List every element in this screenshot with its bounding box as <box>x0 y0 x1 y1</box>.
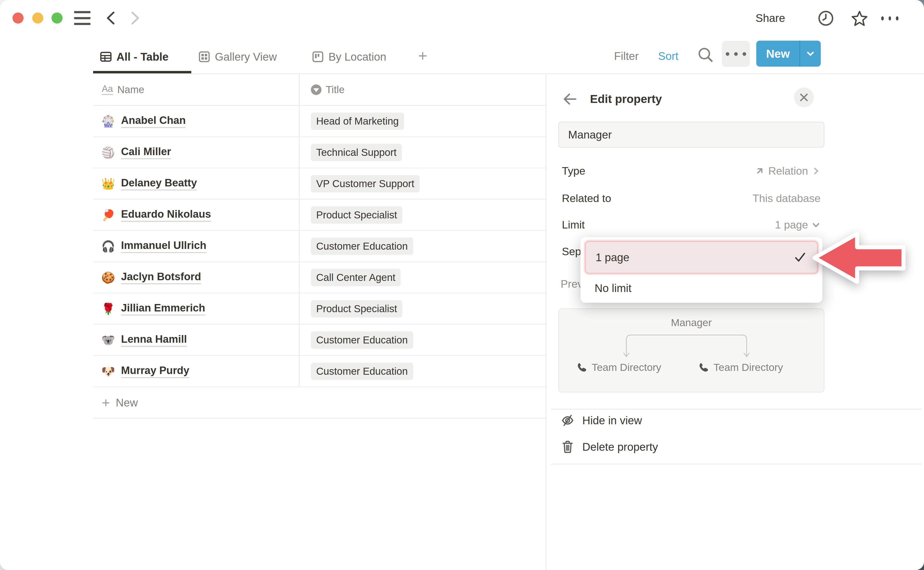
preview-label-clipped: Prev <box>561 278 583 290</box>
checkmark-icon <box>794 251 806 264</box>
new-row-button[interactable]: + New <box>93 387 546 418</box>
table-row[interactable]: 🍪 Jaclyn Botsford Call Center Agent <box>93 262 546 293</box>
column-header-title[interactable]: Title <box>299 74 546 105</box>
row-name-link[interactable]: Lenna Hamill <box>121 333 187 347</box>
row-name-link[interactable]: Murray Purdy <box>121 365 189 378</box>
preview-connector <box>622 332 752 359</box>
name-cell[interactable]: 🌹 Jillian Emmerich <box>93 293 299 324</box>
phone-icon <box>576 362 587 373</box>
ellipsis-icon <box>726 52 746 56</box>
traffic-close-button[interactable] <box>12 12 24 24</box>
title-tag: Head of Marketing <box>311 113 404 130</box>
table-header: Aa Name Title <box>93 74 546 106</box>
property-row-type[interactable]: Type Relation <box>562 162 821 179</box>
add-view-button[interactable]: + <box>418 48 427 63</box>
row-name-link[interactable]: Eduardo Nikolaus <box>121 208 211 222</box>
panel-close-button[interactable] <box>794 87 814 107</box>
column-header-name[interactable]: Aa Name <box>93 74 299 105</box>
title-cell[interactable]: Customer Education <box>299 325 546 355</box>
back-icon[interactable] <box>103 10 120 26</box>
active-tab-underline <box>93 71 191 74</box>
table-row[interactable]: 🐨 Lenna Hamill Customer Education <box>93 325 546 356</box>
view-options-button[interactable] <box>722 41 750 67</box>
name-cell[interactable]: 🍪 Jaclyn Botsford <box>93 262 299 293</box>
eye-off-icon <box>561 414 575 428</box>
title-cell[interactable]: Product Specialist <box>299 293 546 324</box>
name-cell[interactable]: 🐶 Murray Purdy <box>93 356 299 386</box>
table-row[interactable]: 🌹 Jillian Emmerich Product Specialist <box>93 293 546 325</box>
title-cell[interactable]: Head of Marketing <box>299 106 546 136</box>
title-cell[interactable]: Technical Support <box>299 137 546 168</box>
table-row[interactable]: 🏐 Cali Miller Technical Support <box>93 137 546 169</box>
row-name-link[interactable]: Anabel Chan <box>121 114 186 128</box>
title-tag: Customer Education <box>311 331 413 349</box>
name-cell[interactable]: 🎡 Anabel Chan <box>93 106 299 136</box>
row-name-link[interactable]: Cali Miller <box>121 146 171 159</box>
property-name-input[interactable]: Manager <box>558 122 824 148</box>
row-emoji-icon: 🏐 <box>101 146 115 159</box>
title-tag: Customer Education <box>311 238 413 255</box>
name-cell[interactable]: 🏓 Eduardo Nikolaus <box>93 200 299 230</box>
more-options-icon[interactable] <box>881 10 898 27</box>
name-cell[interactable]: 👑 Delaney Beatty <box>93 169 299 199</box>
property-row-related-to[interactable]: Related to This database <box>562 190 821 207</box>
table-row[interactable]: 🐶 Murray Purdy Customer Education <box>93 356 546 387</box>
row-name-link[interactable]: Immanuel Ullrich <box>121 239 206 253</box>
preview-item-left: Team Directory <box>576 362 661 373</box>
relation-arrow-icon <box>754 166 765 176</box>
title-cell[interactable]: Customer Education <box>299 231 546 261</box>
sidebar-menu-icon[interactable] <box>74 11 91 25</box>
trash-icon <box>561 440 575 454</box>
traffic-minimize-button[interactable] <box>32 12 43 24</box>
title-cell[interactable]: Product Specialist <box>299 200 546 230</box>
tab-gallery-view[interactable]: Gallery View <box>198 47 277 66</box>
property-row-limit[interactable]: Limit 1 page <box>562 216 821 233</box>
delete-property-button[interactable]: Delete property <box>561 436 821 458</box>
table-row[interactable]: 👑 Delaney Beatty VP Customer Support <box>93 169 546 200</box>
hide-in-view-button[interactable]: Hide in view <box>561 409 821 432</box>
tab-by-location[interactable]: By Location <box>312 47 386 66</box>
chevron-down-icon <box>805 48 816 59</box>
panel-back-icon[interactable] <box>562 91 577 107</box>
updates-clock-icon[interactable] <box>817 10 835 27</box>
sort-button[interactable]: Sort <box>658 49 678 63</box>
title-tag: Product Specialist <box>311 300 402 317</box>
new-button[interactable]: New <box>756 41 800 67</box>
chevron-down-icon <box>811 220 821 230</box>
filter-button[interactable]: Filter <box>614 49 639 63</box>
traffic-zoom-button[interactable] <box>52 12 63 24</box>
panel-section-divider <box>551 464 922 464</box>
title-cell[interactable]: Customer Education <box>299 356 546 386</box>
panel-divider <box>546 74 546 570</box>
name-cell[interactable]: 🐨 Lenna Hamill <box>93 325 299 355</box>
row-emoji-icon: 🐨 <box>101 334 115 346</box>
notion-window: Share All - Table Gallery View By Locati… <box>0 0 924 570</box>
new-dropdown-button[interactable] <box>800 41 821 67</box>
preview-item-right: Team Directory <box>698 362 783 373</box>
title-cell[interactable]: Call Center Agent <box>299 262 546 293</box>
row-name-link[interactable]: Jaclyn Botsford <box>121 271 201 284</box>
new-button-group: New <box>756 41 821 67</box>
tab-all-table[interactable]: All - Table <box>100 47 169 66</box>
name-cell[interactable]: 🎧 Immanuel Ullrich <box>93 231 299 261</box>
table-row[interactable]: 🎡 Anabel Chan Head of Marketing <box>93 106 546 137</box>
share-button[interactable]: Share <box>755 12 785 25</box>
name-cell[interactable]: 🏐 Cali Miller <box>93 137 299 168</box>
favorite-star-icon[interactable] <box>851 10 868 27</box>
row-emoji-icon: 🎧 <box>101 240 115 253</box>
row-name-link[interactable]: Delaney Beatty <box>121 177 197 190</box>
forward-icon[interactable] <box>126 10 143 26</box>
dropdown-option-1-page[interactable]: 1 page <box>585 241 818 274</box>
search-icon[interactable] <box>697 46 714 63</box>
separate-row-label-clipped: Sep <box>562 245 581 258</box>
row-name-link[interactable]: Jillian Emmerich <box>121 302 205 316</box>
table-body: 🎡 Anabel Chan Head of Marketing 🏐 Cali M… <box>93 106 546 387</box>
title-cell[interactable]: VP Customer Support <box>299 169 546 199</box>
table-row[interactable]: 🏓 Eduardo Nikolaus Product Specialist <box>93 200 546 231</box>
dropdown-option-no-limit[interactable]: No limit <box>585 277 818 299</box>
board-view-icon <box>312 51 324 63</box>
table-row[interactable]: 🎧 Immanuel Ullrich Customer Education <box>93 231 546 262</box>
text-property-icon: Aa <box>102 84 113 95</box>
row-emoji-icon: 🎡 <box>101 115 115 128</box>
panel-title: Edit property <box>590 92 662 106</box>
